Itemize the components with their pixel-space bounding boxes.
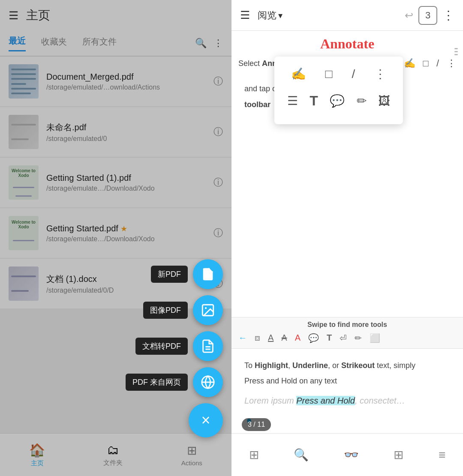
- rectangle-tool-icon[interactable]: □: [423, 58, 429, 69]
- erase-icon[interactable]: ⬜: [368, 331, 382, 345]
- underline-a-icon[interactable]: A: [266, 331, 275, 344]
- annotate-title: Annotate: [232, 31, 463, 54]
- left-bottom-nav: 🏠 主页 🗂 文件夹 ⊞ Actions: [0, 433, 232, 476]
- lorem-text: Lorem ipsum Press and Hold, consectet…: [244, 388, 450, 413]
- web-icon: [201, 375, 215, 389]
- annotate-area: Annotate Select Anno ✍ □ / ⋮ ✍ □ / ⋮: [232, 31, 463, 72]
- tab-all-files[interactable]: 所有文件: [82, 36, 117, 51]
- back-arrow-icon[interactable]: ←: [237, 331, 249, 344]
- nav-folder-label: 文件夹: [103, 459, 123, 467]
- file-name: Document_Merged.pdf: [46, 72, 213, 82]
- list-icon[interactable]: ≡: [439, 448, 445, 462]
- toolbar-icons-row: ✍ □ / ⋮: [404, 58, 456, 69]
- file-item[interactable]: Document_Merged.pdf /storage/emulated/…o…: [0, 57, 232, 106]
- line-tool-icon[interactable]: /: [436, 58, 439, 69]
- glasses-icon[interactable]: 👓: [344, 448, 359, 462]
- text-strip-icon[interactable]: T: [325, 331, 334, 344]
- more-icon[interactable]: ⋮: [371, 63, 390, 84]
- fab-label-image-pdf: 图像PDF: [143, 302, 188, 319]
- fab-button-image-pdf[interactable]: [193, 295, 223, 325]
- nav-folder[interactable]: 🗂 文件夹: [103, 443, 123, 467]
- fab-button-web-pdf[interactable]: [193, 367, 223, 397]
- pen-tool-icon[interactable]: ✍: [404, 58, 415, 69]
- square-icon[interactable]: □: [322, 64, 336, 84]
- colored-a-icon[interactable]: A: [293, 331, 302, 344]
- return-icon[interactable]: ⏎: [338, 331, 349, 345]
- file-info: Document_Merged.pdf /storage/emulated/…o…: [46, 72, 213, 91]
- file-item[interactable]: Welcome to Xodo Getting Started (1).pdf …: [0, 158, 232, 207]
- file-item[interactable]: Welcome to Xodo Getting Started.pdf ★ /s…: [0, 208, 232, 258]
- left-header: ☰ 主页: [0, 0, 232, 31]
- more-tools-icon[interactable]: ⋮: [447, 58, 456, 69]
- document-icon: [201, 267, 215, 281]
- tab-recent[interactable]: 最近: [9, 35, 26, 51]
- image-pdf-icon: [201, 303, 215, 317]
- file-info-button[interactable]: ⓘ: [213, 75, 223, 88]
- fab-button-doc-to-pdf[interactable]: [193, 331, 223, 361]
- file-thumbnail: [9, 266, 39, 301]
- nav-actions[interactable]: ⊞ Actions: [181, 443, 202, 467]
- fab-label-web-pdf: PDF 来自网页: [126, 374, 188, 391]
- pen-strip-icon[interactable]: ✏: [353, 331, 364, 345]
- strikethrough-a-icon[interactable]: A: [280, 331, 289, 344]
- comment-icon[interactable]: 💬: [326, 90, 348, 111]
- grid-icon[interactable]: ⊞: [249, 448, 259, 462]
- fab-doc-to-pdf[interactable]: 文档转PDF: [135, 331, 223, 361]
- fab-button-new-pdf[interactable]: [193, 259, 223, 289]
- file-path: /storage/emulated/0: [46, 135, 213, 143]
- search-icon[interactable]: 🔍: [294, 448, 309, 462]
- left-menu-icon[interactable]: ☰: [9, 9, 18, 22]
- fab-image-pdf[interactable]: 图像PDF: [143, 295, 223, 325]
- file-info-button[interactable]: ⓘ: [213, 227, 223, 239]
- nav-actions-label: Actions: [181, 459, 202, 467]
- file-name: Getting Started (1).pdf: [46, 173, 213, 183]
- highlight-icon[interactable]: ✏: [353, 90, 370, 111]
- pen-icon[interactable]: ✍: [288, 63, 310, 84]
- page-indicator: 3 / 11: [242, 418, 271, 431]
- list-icon[interactable]: ☰: [284, 90, 301, 111]
- file-path: /storage/emulate…/Download/Xodo: [46, 235, 213, 243]
- text-icon[interactable]: T: [306, 90, 322, 112]
- left-tabs: 最近 收藏夹 所有文件 🔍 ⋮: [0, 31, 232, 57]
- search-button[interactable]: 🔍: [195, 38, 207, 49]
- file-info: Getting Started.pdf ★ /storage/emulate…/…: [46, 224, 213, 243]
- line-icon[interactable]: /: [349, 64, 359, 84]
- file-thumbnail: Welcome to Xodo: [9, 216, 39, 250]
- file-info: Getting Started (1).pdf /storage/emulate…: [46, 173, 213, 192]
- file-path: /storage/emulated/…ownload/Actions: [46, 84, 213, 91]
- file-name: 未命名.pdf: [46, 122, 213, 133]
- right-menu-icon[interactable]: ☰: [240, 9, 250, 22]
- file-name: Getting Started.pdf ★: [46, 224, 213, 234]
- comment-strip-icon[interactable]: 💬: [307, 331, 321, 345]
- file-item[interactable]: 未命名.pdf /storage/emulated/0 ⓘ: [0, 107, 232, 157]
- undo-button[interactable]: ↩: [405, 9, 413, 21]
- image-icon[interactable]: 🖼: [375, 90, 394, 111]
- right-more-button[interactable]: ⋮: [442, 8, 454, 22]
- fab-new-pdf[interactable]: 新PDF: [151, 259, 223, 289]
- home-icon: 🏠: [29, 443, 45, 458]
- file-path: /storage/emulate…/Download/Xodo: [46, 185, 213, 192]
- view-button[interactable]: 阅览: [258, 9, 277, 22]
- file-info-button[interactable]: ⓘ: [213, 176, 223, 189]
- fab-area: 新PDF 图像PDF 文档转PDF PDF 来自网页: [126, 259, 223, 437]
- tab-favorites[interactable]: 收藏夹: [41, 36, 67, 51]
- handle-icon[interactable]: [454, 45, 458, 58]
- left-panel: ☰ 主页 最近 收藏夹 所有文件 🔍 ⋮ Docu: [0, 0, 232, 476]
- fab-label-new-pdf: 新PDF: [151, 266, 188, 283]
- highlighted-text: Press and Hold: [296, 396, 355, 405]
- nav-home[interactable]: 🏠 主页: [29, 443, 45, 467]
- convert-icon: [201, 339, 215, 353]
- fab-label-doc-to-pdf: 文档转PDF: [135, 338, 188, 355]
- fab-close-button[interactable]: ×: [189, 403, 223, 437]
- apps-icon[interactable]: ⊞: [394, 448, 403, 462]
- swipe-bold: Swipe: [307, 321, 327, 328]
- edit-icon[interactable]: ⧈: [253, 331, 262, 344]
- more-options-button[interactable]: ⋮: [213, 38, 223, 49]
- file-info: 未命名.pdf /storage/emulated/0: [46, 122, 213, 143]
- svg-point-1: [205, 307, 207, 309]
- chevron-down-icon: ▾: [278, 10, 283, 21]
- file-info-button[interactable]: ⓘ: [213, 126, 223, 138]
- doc-text-press-hold: Press and Hold on any text: [244, 374, 450, 388]
- file-thumbnail: [9, 64, 39, 99]
- fab-web-pdf[interactable]: PDF 来自网页: [126, 367, 223, 397]
